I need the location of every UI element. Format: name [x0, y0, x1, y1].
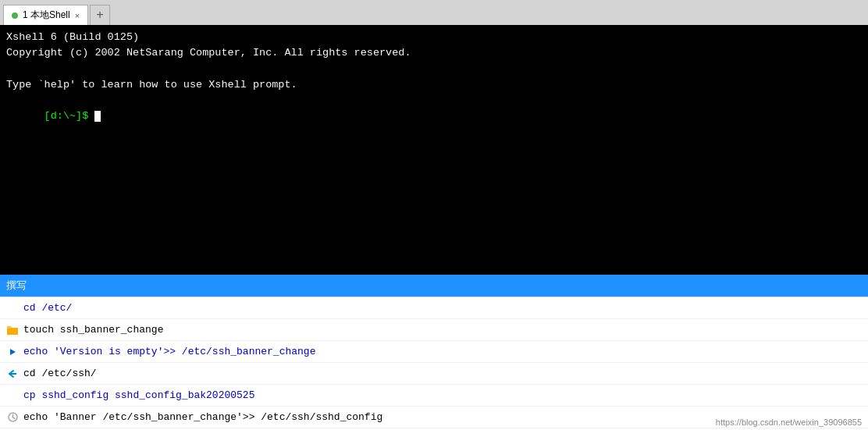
terminal-line-1: Xshell 6 (Build 0125) — [6, 30, 862, 45]
tab-close-button[interactable]: × — [75, 11, 80, 20]
tab-label: 1 本地Shell — [23, 9, 70, 22]
svg-rect-1 — [7, 326, 12, 329]
list-item[interactable]: echo 'Version is empty'>> /etc/ssh_banne… — [0, 341, 868, 363]
compose-label: 撰写 — [6, 279, 27, 293]
svg-marker-2 — [10, 349, 16, 355]
blank-icon2 — [6, 389, 19, 402]
terminal-line-2: Copyright (c) 2002 NetSarang Computer, I… — [6, 45, 862, 61]
arrow-back-icon — [6, 368, 19, 380]
tab-bar: 1 本地Shell × + — [0, 0, 868, 25]
terminal-prompt-line: [d:\~]$ — [6, 93, 862, 140]
list-item[interactable]: cd /etc/ — [0, 297, 868, 319]
tab-status-dot — [12, 12, 18, 19]
terminal-area[interactable]: Xshell 6 (Build 0125) Copyright (c) 2002… — [0, 25, 868, 275]
svg-rect-0 — [7, 328, 18, 335]
svg-line-6 — [12, 418, 15, 419]
active-tab[interactable]: 1 本地Shell × — [3, 5, 88, 25]
terminal-line-4: Type `help' to learn how to use Xshell p… — [6, 77, 862, 93]
new-tab-button[interactable]: + — [90, 5, 110, 25]
list-item[interactable]: cd /etc/ssh/ — [0, 363, 868, 385]
blank-icon — [6, 302, 19, 315]
command-text: cd /etc/ssh/ — [23, 368, 97, 379]
command-list: cd /etc/ touch ssh_banner_change echo 'V… — [0, 297, 868, 430]
terminal-prompt: [d:\~]$ — [44, 110, 95, 122]
list-item[interactable]: touch ssh_banner_change — [0, 319, 868, 341]
terminal-line-3 — [6, 62, 862, 77]
command-text: cd /etc/ — [23, 302, 72, 314]
folder-icon — [6, 324, 19, 336]
compose-bar: 撰写 — [0, 275, 868, 297]
arrow-right-icon — [6, 346, 19, 358]
command-text: echo 'Banner /etc/ssh_banner_change'>> /… — [23, 411, 382, 423]
list-item[interactable]: cp sshd_config sshd_config_bak20200525 — [0, 385, 868, 407]
command-text: cp sshd_config sshd_config_bak20200525 — [23, 389, 254, 401]
watermark: https://blog.csdn.net/weixin_39096855 — [716, 418, 862, 427]
clock-icon — [6, 411, 19, 424]
command-text: echo 'Version is empty'>> /etc/ssh_banne… — [23, 346, 315, 357]
terminal-cursor — [94, 111, 101, 122]
command-text: touch ssh_banner_change — [23, 324, 163, 336]
